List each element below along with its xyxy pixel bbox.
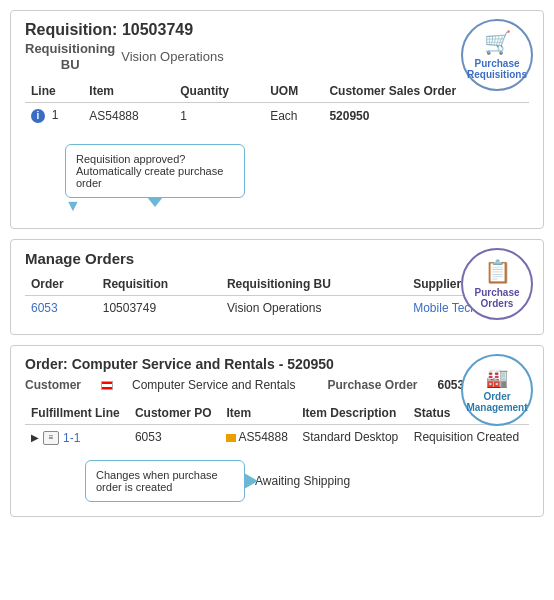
manage-orders-table: Order Requisition Requisitioning BU Supp…	[25, 273, 529, 320]
arrow-down: ▼	[65, 198, 81, 214]
col-fulfillment-line: Fulfillment Line	[25, 402, 129, 425]
customer-value: Computer Service and Rentals	[132, 378, 295, 392]
fulfillment-table-row: ▶ ≡ 1-1 6053 AS54888 Standard Desktop Re…	[25, 425, 529, 450]
orders-badge-line2: Orders	[481, 298, 514, 309]
manage-orders-section: Manage Orders 📋 Purchase Orders Order Re…	[10, 239, 544, 335]
row-type-icon: ≡	[43, 431, 59, 445]
table-row: i 1 AS54888 1 Each 520950	[25, 103, 529, 129]
col-line: Line	[25, 80, 83, 103]
status-cell: Requisition Created	[408, 425, 529, 450]
customer-row: Customer Computer Service and Rentals Pu…	[25, 378, 529, 392]
customer-flag	[101, 381, 113, 390]
factory-icon: 🏭	[486, 367, 508, 389]
order-mgmt-line2: Management	[466, 402, 527, 413]
awaiting-shipping-text: Awaiting Shipping	[255, 474, 350, 488]
uom-cell: Each	[264, 103, 323, 129]
cart-icon: 🛒	[484, 30, 511, 56]
requisition-section: Requisition: 10503749 RequisitioningBU V…	[10, 10, 544, 229]
expand-arrow-icon[interactable]: ▶	[31, 432, 39, 443]
order-link[interactable]: 6053	[31, 301, 58, 315]
callout-bubble-2: Changes when purchase order is created	[85, 460, 245, 502]
requisition-table: Line Item Quantity UOM Customer Sales Or…	[25, 80, 529, 128]
req-bu-row: RequisitioningBU Vision Operations	[25, 41, 529, 72]
col-uom: UOM	[264, 80, 323, 103]
item-cell: AS54888	[83, 103, 174, 129]
info-icon[interactable]: i	[31, 109, 45, 123]
manage-orders-title: Manage Orders	[25, 250, 529, 267]
fulfillment-line-link[interactable]: 1-1	[63, 431, 80, 445]
quantity-cell: 1	[174, 103, 264, 129]
col-order: Order	[25, 273, 97, 296]
badge-line2: Requisitions	[467, 69, 527, 80]
col-customer-po: Customer PO	[129, 402, 221, 425]
order-mgmt-line1: Order	[483, 391, 510, 402]
col-requisition: Requisition	[97, 273, 221, 296]
page-title: Requisition: 10503749	[25, 21, 529, 39]
po-label: Purchase Order	[327, 378, 417, 392]
orders-badge-line1: Purchase	[474, 287, 519, 298]
fulfillment-table: Fulfillment Line Customer PO Item Item D…	[25, 402, 529, 450]
customer-label: Customer	[25, 378, 81, 392]
sales-order-cell: 520950	[323, 103, 529, 129]
order-management-badge[interactable]: 🏭 Order Management	[461, 354, 533, 426]
badge-line1: Purchase	[474, 58, 519, 69]
col-req-bu: Requisitioning BU	[221, 273, 407, 296]
page-wrapper: Requisition: 10503749 RequisitioningBU V…	[0, 0, 554, 527]
col-quantity: Quantity	[174, 80, 264, 103]
col-item: Item	[220, 402, 296, 425]
order-title: Order: Computer Service and Rentals - 52…	[25, 356, 529, 372]
orders-icon: 📋	[484, 259, 511, 285]
req-bu-label: RequisitioningBU	[25, 41, 115, 72]
purchase-requisitions-badge[interactable]: 🛒 Purchase Requisitions	[461, 19, 533, 91]
purchase-orders-badge[interactable]: 📋 Purchase Orders	[461, 248, 533, 320]
req-bu-org: Vision Operations	[121, 49, 223, 64]
orders-table-row: 6053 10503749 Vision Operations Mobile T…	[25, 296, 529, 321]
item-flag-icon	[226, 434, 236, 442]
callout-bubble-1: Requisition approved? Automatically crea…	[65, 144, 245, 198]
row-expand: ▶ ≡ 1-1	[31, 431, 80, 445]
order-section: Order: Computer Service and Rentals - 52…	[10, 345, 544, 517]
bottom-callout-row: Changes when purchase order is created A…	[85, 460, 529, 502]
col-item-desc: Item Description	[296, 402, 408, 425]
col-item: Item	[83, 80, 174, 103]
